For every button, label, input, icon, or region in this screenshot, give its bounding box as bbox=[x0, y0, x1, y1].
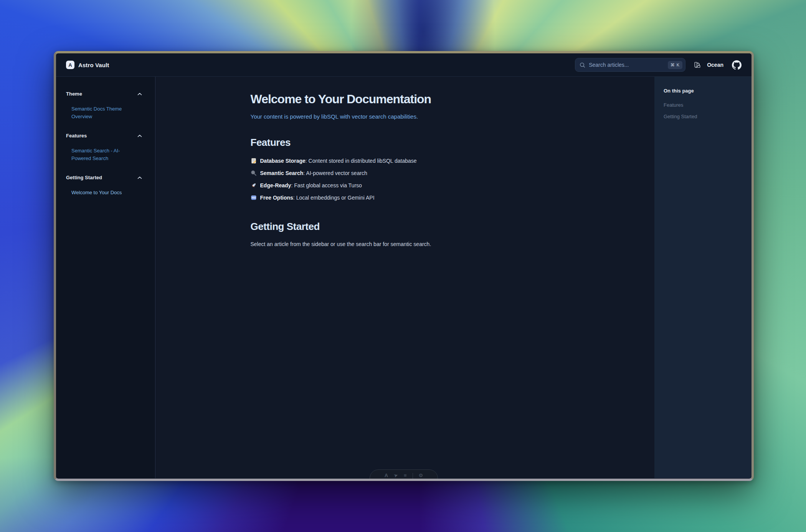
window-body: Theme Semantic Docs Theme Overview Featu… bbox=[56, 77, 751, 478]
section-toggle-getting-started[interactable]: Getting Started bbox=[66, 175, 145, 180]
theme-label: Ocean bbox=[707, 62, 723, 68]
toc-title: On this page bbox=[664, 88, 742, 94]
memo-icon bbox=[251, 158, 257, 164]
toc-link-features[interactable]: Features bbox=[664, 102, 742, 108]
features-list: Database Storage: Content stored in dist… bbox=[251, 155, 560, 204]
lede-text: Your content is powered by libSQL with v… bbox=[251, 113, 560, 120]
dev-toolbar: A ➤ ≡ ⚙ bbox=[370, 469, 438, 481]
on-this-page-panel: On this page Features Getting Started bbox=[654, 77, 751, 478]
search-icon bbox=[580, 62, 585, 68]
search-shortcut-badge: ⌘ K bbox=[668, 61, 682, 69]
feature-item: FREE Free Options: Local embeddings or G… bbox=[251, 192, 560, 204]
audit-icon[interactable]: ≡ bbox=[404, 473, 407, 478]
article: Welcome to Your Documentation Your conte… bbox=[243, 77, 567, 247]
sidebar-nav: Theme Semantic Docs Theme Overview Featu… bbox=[56, 77, 155, 478]
github-link[interactable] bbox=[732, 60, 742, 70]
feature-item: Database Storage: Content stored in dist… bbox=[251, 155, 560, 167]
free-icon: FREE bbox=[251, 195, 257, 201]
chevron-up-icon bbox=[137, 176, 142, 179]
page-title: Welcome to Your Documentation bbox=[251, 92, 560, 106]
github-icon bbox=[732, 60, 742, 70]
toc-link-getting-started[interactable]: Getting Started bbox=[664, 114, 742, 119]
astro-vault-logo: A bbox=[66, 61, 74, 69]
inspect-icon[interactable]: ➤ bbox=[393, 473, 399, 479]
main-content: Welcome to Your Documentation Your conte… bbox=[155, 77, 654, 478]
svg-text:FREE: FREE bbox=[251, 197, 256, 199]
sidebar-section-theme: Theme Semantic Docs Theme Overview bbox=[66, 91, 145, 121]
theme-selector-button[interactable]: Ocean bbox=[694, 61, 723, 68]
swatch-icon bbox=[694, 61, 701, 68]
getting-started-paragraph: Select an article from the sidebar or us… bbox=[251, 241, 560, 247]
section-label: Theme bbox=[66, 91, 82, 97]
toolbar-divider bbox=[413, 473, 413, 479]
section-label: Features bbox=[66, 133, 87, 139]
chevron-up-icon bbox=[137, 134, 142, 137]
sidebar-section-getting-started: Getting Started Welcome to Your Docs bbox=[66, 175, 145, 197]
app-header: A Astro Vault ⌘ K bbox=[56, 53, 751, 77]
rocket-icon bbox=[251, 182, 257, 188]
section-toggle-features[interactable]: Features bbox=[66, 133, 145, 139]
section-toggle-theme[interactable]: Theme bbox=[66, 91, 145, 97]
header-actions: ⌘ K Ocean bbox=[575, 58, 742, 72]
sidebar-section-features: Features Semantic Search - AI-Powered Se… bbox=[66, 133, 145, 162]
settings-icon[interactable]: ⚙ bbox=[419, 473, 423, 478]
search-box[interactable]: ⌘ K bbox=[575, 58, 685, 72]
astro-logo-icon[interactable]: A bbox=[385, 473, 388, 478]
magnifier-icon bbox=[251, 170, 257, 176]
brand-name: Astro Vault bbox=[78, 62, 109, 68]
sidebar-item-semantic-docs-theme-overview[interactable]: Semantic Docs Theme Overview bbox=[71, 105, 137, 121]
getting-started-heading: Getting Started bbox=[251, 221, 560, 233]
section-label: Getting Started bbox=[66, 175, 102, 180]
features-heading: Features bbox=[251, 137, 560, 149]
search-input[interactable] bbox=[589, 62, 664, 68]
feature-item: Semantic Search: AI-powered vector searc… bbox=[251, 167, 560, 179]
chevron-up-icon bbox=[137, 93, 142, 96]
sidebar-item-semantic-search[interactable]: Semantic Search - AI-Powered Search bbox=[71, 147, 137, 162]
feature-item: Edge-Ready: Fast global access via Turso bbox=[251, 179, 560, 192]
sidebar-item-welcome-to-your-docs[interactable]: Welcome to Your Docs bbox=[71, 189, 137, 197]
brand-home-link[interactable]: A Astro Vault bbox=[66, 61, 109, 69]
browser-window: A Astro Vault ⌘ K bbox=[54, 51, 754, 481]
